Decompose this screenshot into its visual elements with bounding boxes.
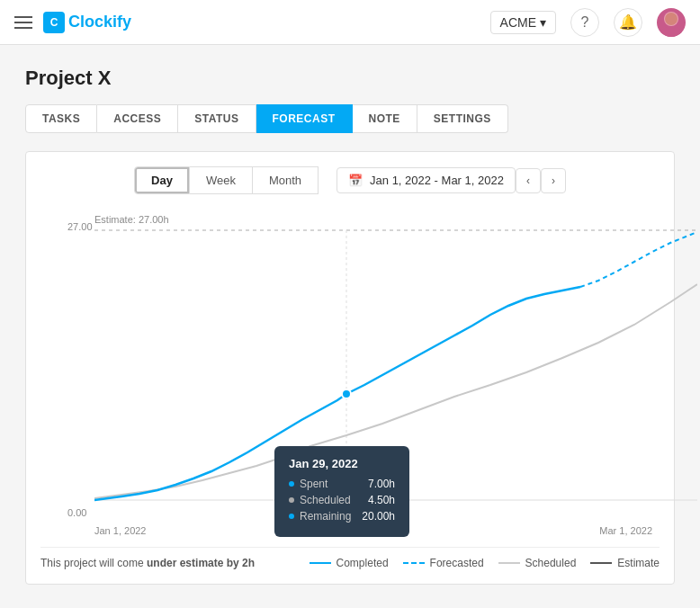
tooltip-scheduled-row: Scheduled 4.50h — [289, 494, 395, 506]
acme-label: ACME — [500, 15, 536, 30]
bell-icon[interactable]: 🔔 — [614, 8, 642, 37]
tabs-bar: TASKS ACCESS STATUS FORECAST NOTE SETTIN… — [25, 104, 675, 133]
hamburger-icon[interactable] — [14, 16, 32, 29]
legend-scheduled-label: Scheduled — [525, 557, 577, 569]
legend-completed-label: Completed — [337, 557, 389, 569]
date-range-value: Jan 1, 2022 - Mar 1, 2022 — [370, 174, 504, 187]
chevron-down-icon: ▾ — [540, 15, 546, 30]
help-icon[interactable]: ? — [570, 8, 599, 37]
chart-container: Day Week Month 📅 Jan 1, 2022 - Mar 1, 20… — [25, 151, 675, 585]
prev-period-button[interactable]: ‹ — [516, 168, 541, 193]
logo-text: Clockify — [68, 13, 131, 31]
y-axis-top-label: 27.00 — [67, 221, 93, 232]
period-day-button[interactable]: Day — [134, 166, 190, 194]
tooltip-scheduled-value: 4.50h — [368, 494, 395, 506]
header-right: ACME ▾ ? 🔔 — [490, 8, 686, 37]
summary-text: This project will come under estimate by… — [40, 557, 255, 569]
tooltip-date: Jan 29, 2022 — [289, 457, 395, 470]
chart-tooltip: Jan 29, 2022 Spent 7.00h Scheduled 4.50h — [274, 446, 409, 537]
tab-note[interactable]: NOTE — [353, 104, 417, 133]
header: C Clockify ACME ▾ ? 🔔 — [0, 0, 700, 45]
legend-estimate-label: Estimate — [617, 557, 660, 569]
legend-estimate-line — [590, 562, 612, 564]
page: Project X TASKS ACCESS STATUS FORECAST N… — [0, 45, 700, 606]
tooltip-remaining-label: Remaining — [289, 510, 351, 523]
summary-prefix: This project will come — [40, 557, 147, 569]
tooltip-remaining-dot — [289, 514, 294, 519]
legend-forecasted: Forecasted — [403, 557, 484, 569]
summary-bold: under estimate by 2h — [147, 557, 255, 569]
period-month-button[interactable]: Month — [253, 166, 319, 194]
svg-point-6 — [342, 389, 351, 398]
legend-forecasted-label: Forecasted — [430, 557, 484, 569]
tooltip-spent-dot — [289, 481, 294, 487]
legend-scheduled-line — [498, 562, 520, 564]
legend-items: Completed Forecasted Scheduled Estimate — [310, 557, 660, 569]
calendar-icon: 📅 — [348, 174, 363, 187]
tooltip-scheduled-dot — [289, 497, 294, 503]
tab-access[interactable]: ACCESS — [97, 104, 178, 133]
page-title: Project X — [25, 67, 675, 90]
y-axis-bottom-label: 0.00 — [67, 507, 86, 518]
tooltip-spent-row: Spent 7.00h — [289, 478, 395, 490]
tooltip-spent-value: 7.00h — [368, 478, 395, 490]
legend-completed: Completed — [310, 557, 389, 569]
avatar[interactable] — [657, 8, 686, 37]
legend-row: This project will come under estimate by… — [40, 547, 660, 569]
acme-selector[interactable]: ACME ▾ — [490, 11, 556, 34]
legend-completed-line — [310, 562, 331, 564]
period-week-button[interactable]: Week — [190, 166, 253, 194]
chart-area: Estimate: 27.00h 27.00 0.00 Jan 1, 2022 … — [40, 212, 660, 536]
tab-tasks[interactable]: TASKS — [25, 104, 97, 133]
tooltip-remaining-row: Remaining 20.00h — [289, 510, 395, 523]
svg-point-1 — [660, 26, 682, 37]
logo-icon: C — [43, 12, 65, 33]
x-axis-right-label: Mar 1, 2022 — [599, 525, 652, 536]
tab-status[interactable]: STATUS — [178, 104, 256, 133]
tooltip-scheduled-label: Scheduled — [289, 494, 351, 506]
x-axis-left-label: Jan 1, 2022 — [94, 525, 147, 536]
legend-estimate: Estimate — [590, 557, 660, 569]
tooltip-remaining-value: 20.00h — [362, 510, 395, 523]
date-range-selector[interactable]: 📅 Jan 1, 2022 - Mar 1, 2022 — [337, 167, 516, 193]
period-row: Day Week Month 📅 Jan 1, 2022 - Mar 1, 20… — [40, 166, 660, 194]
tab-settings[interactable]: SETTINGS — [417, 104, 508, 133]
legend-forecasted-line — [403, 562, 425, 564]
svg-point-2 — [665, 13, 678, 25]
tab-forecast[interactable]: FORECAST — [256, 104, 353, 133]
legend-scheduled: Scheduled — [498, 557, 577, 569]
next-period-button[interactable]: › — [541, 168, 566, 193]
tooltip-spent-label: Spent — [289, 478, 328, 490]
logo: C Clockify — [43, 12, 131, 33]
header-left: C Clockify — [14, 12, 131, 33]
